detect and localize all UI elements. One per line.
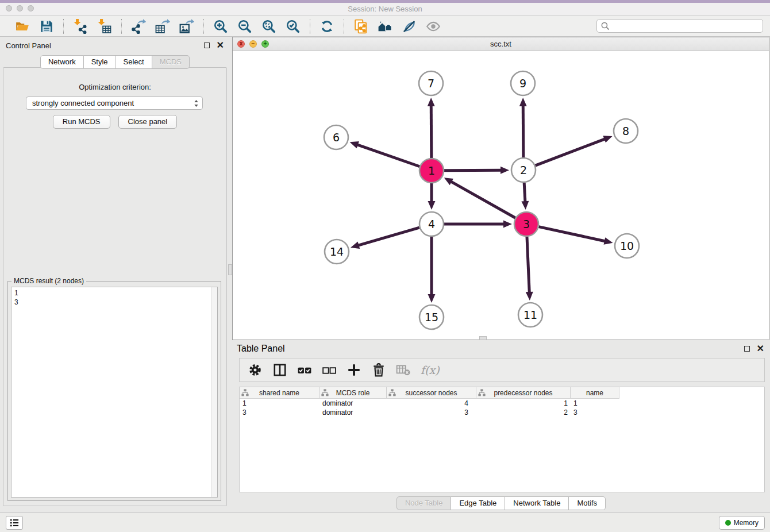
zoom-in-icon	[213, 19, 228, 34]
result-scrollbar[interactable]	[211, 287, 217, 497]
graph-node-label: 1	[428, 164, 435, 177]
export-table-icon	[155, 19, 170, 34]
toolbar-group	[6, 19, 64, 34]
show-panels-button[interactable]	[6, 516, 23, 530]
network-canvas[interactable]: 7968124314101511	[233, 51, 769, 340]
graph-node-label: 11	[523, 309, 537, 321]
close-table-panel-icon[interactable]: ✕	[757, 346, 764, 352]
mcds-tab-content: Optimization criterion: strongly connect…	[3, 67, 227, 506]
graph-node-label: 9	[519, 77, 526, 90]
tab-select[interactable]: Select	[116, 55, 152, 69]
tree-icon	[321, 389, 329, 396]
graph-edge-1-6[interactable]	[357, 145, 419, 167]
tab-node-table[interactable]: Node Table	[396, 496, 452, 510]
table-cell: 1	[476, 399, 571, 408]
graph-edge-1-7[interactable]	[431, 105, 432, 158]
search-input[interactable]	[610, 20, 759, 32]
function-builder-button[interactable]: f(x)	[421, 363, 440, 377]
home-button[interactable]	[377, 18, 393, 34]
column-header-shared-name[interactable]: shared name	[240, 387, 319, 399]
graph-edge-1-2[interactable]	[444, 170, 502, 171]
toolbar-group	[344, 19, 450, 34]
vertical-splitter-handle[interactable]	[228, 264, 232, 275]
network-zoom-button[interactable]: +	[261, 40, 269, 48]
network-window-title: scc.txt	[233, 40, 769, 48]
tab-network-table[interactable]: Network Table	[505, 496, 569, 510]
tab-network[interactable]: Network	[40, 55, 84, 69]
graph-edge-3-11[interactable]	[527, 237, 529, 293]
column-header-MCDS-role[interactable]: MCDS role	[319, 387, 387, 399]
list-icon	[9, 517, 20, 529]
home-icon	[378, 19, 392, 34]
toggle-panel-layout-button[interactable]	[272, 363, 287, 377]
tab-edge-table[interactable]: Edge Table	[451, 496, 505, 510]
table-row[interactable]: 1dominator411	[240, 399, 764, 408]
graph-node-label: 6	[333, 131, 340, 144]
mcds-result-text[interactable]: 13	[11, 287, 218, 498]
column-header-name[interactable]: name	[571, 387, 619, 399]
refresh-layout-button[interactable]	[319, 18, 335, 34]
duplicate-network-button[interactable]	[353, 18, 369, 34]
graph-edge-3-10[interactable]	[538, 227, 605, 241]
zoom-selected-button[interactable]	[285, 18, 301, 34]
graph-edge-arrowhead	[500, 167, 509, 174]
eye-icon	[426, 19, 441, 34]
network-window-titlebar[interactable]: scc.txt x−+	[233, 37, 769, 51]
deselect-all-icon	[322, 363, 337, 377]
table-settings-button[interactable]	[248, 363, 263, 377]
open-session-button[interactable]	[14, 18, 30, 34]
select-all-rows-button[interactable]	[297, 363, 312, 377]
control-panel: Control Panel ✕ NetworkStyleSelectMCDS O…	[0, 37, 230, 512]
table-row[interactable]: 3dominator323	[240, 408, 764, 417]
tab-motifs[interactable]: Motifs	[569, 496, 606, 510]
export-image-button[interactable]	[179, 18, 195, 34]
zoom-in-button[interactable]	[213, 18, 229, 34]
save-session-button[interactable]	[38, 18, 55, 34]
optimization-criterion-dropdown[interactable]: strongly connected component	[26, 97, 203, 110]
graph-edge-arrowhead	[503, 221, 512, 228]
add-column-button[interactable]	[346, 363, 361, 377]
search-field[interactable]	[596, 19, 763, 33]
show-graphics-details-button[interactable]	[425, 18, 441, 34]
zoom-fit-button[interactable]	[261, 18, 277, 34]
export-network-button[interactable]	[130, 18, 147, 34]
graph-edge-4-14[interactable]	[357, 228, 419, 245]
export-network-icon	[131, 19, 146, 34]
zoom-out-button[interactable]	[237, 18, 253, 34]
pen-button[interactable]	[401, 18, 417, 34]
horizontal-splitter-handle[interactable]	[479, 336, 487, 340]
column-header-predecessor-nodes[interactable]: predecessor nodes	[476, 387, 571, 399]
float-table-panel-icon[interactable]	[744, 346, 750, 352]
close-panel-button[interactable]: Close panel	[118, 115, 178, 129]
import-network-button[interactable]	[72, 18, 88, 34]
graph-edge-arrowhead	[603, 136, 612, 142]
memory-button[interactable]: Memory	[719, 516, 765, 530]
graph-edge-2-3[interactable]	[524, 183, 525, 202]
node-table: shared nameMCDS rolesuccessor nodesprede…	[239, 387, 765, 492]
graph-node-label: 8	[622, 125, 629, 137]
graph-edge-3-1[interactable]	[451, 182, 515, 218]
graph-node-label: 14	[330, 245, 344, 258]
column-header-successor-nodes[interactable]: successor nodes	[387, 387, 476, 399]
delete-column-button[interactable]	[371, 363, 386, 377]
control-panel-title: Control Panel	[6, 41, 51, 50]
table-cell: 3	[387, 408, 476, 417]
export-table-button[interactable]	[155, 18, 171, 34]
titlebar-accent	[0, 0, 770, 3]
deselect-all-rows-button[interactable]	[322, 363, 337, 377]
graph-node-label: 15	[425, 311, 438, 323]
tab-mcds[interactable]: MCDS	[152, 55, 190, 69]
graph-edge-arrowhead	[351, 242, 360, 249]
import-table-button[interactable]	[97, 18, 113, 34]
graph-edge-2-9[interactable]	[523, 105, 523, 157]
network-minimize-button[interactable]: −	[249, 40, 257, 48]
network-close-button[interactable]: x	[237, 40, 245, 48]
float-panel-icon[interactable]	[204, 43, 210, 48]
graph-edge-2-8[interactable]	[536, 139, 606, 166]
result-line: 1	[14, 288, 217, 298]
run-mcds-button[interactable]: Run MCDS	[53, 115, 110, 129]
close-panel-icon[interactable]: ✕	[217, 43, 224, 48]
delete-table-button[interactable]	[396, 363, 411, 377]
tab-style[interactable]: Style	[84, 55, 116, 69]
column-label: MCDS role	[319, 389, 386, 397]
